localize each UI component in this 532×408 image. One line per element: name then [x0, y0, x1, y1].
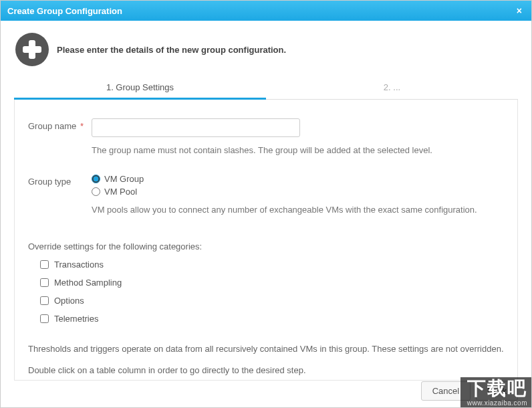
- checkbox-options-input[interactable]: [40, 296, 49, 305]
- dialog: Create Group Configuration × Please ente…: [0, 0, 532, 408]
- checkbox-telemetries[interactable]: Telemetries: [40, 314, 504, 324]
- radio-vm-group[interactable]: VM Group: [92, 174, 504, 184]
- checkbox-telemetries-input[interactable]: [40, 314, 49, 323]
- footer: Cancel Back: [421, 381, 518, 401]
- checkbox-method-sampling-input[interactable]: [40, 278, 49, 287]
- group-name-helper: The group name must not contain slashes.…: [92, 145, 504, 155]
- group-type-label: Group type: [28, 174, 92, 187]
- group-name-row: Group name * The group name must not con…: [28, 118, 504, 169]
- header: Please enter the details of the new grou…: [1, 21, 531, 77]
- checkbox-transactions-input[interactable]: [40, 260, 49, 269]
- notes: Thresholds and triggers operate on data …: [28, 342, 504, 377]
- group-type-row: Group type VM Group VM Pool VM pools all…: [28, 174, 504, 228]
- close-icon[interactable]: ×: [514, 5, 525, 16]
- dialog-title: Create Group Configuration: [7, 6, 122, 16]
- cancel-button[interactable]: Cancel: [421, 381, 471, 401]
- content-panel: Group name * The group name must not con…: [14, 100, 518, 381]
- tab-next[interactable]: 2. ...: [266, 77, 518, 99]
- radio-vm-pool-input[interactable]: [92, 187, 100, 196]
- group-name-label: Group name *: [28, 118, 92, 131]
- override-label: Override settings for the following cate…: [28, 241, 504, 251]
- checkbox-options[interactable]: Options: [40, 296, 504, 306]
- titlebar: Create Group Configuration ×: [1, 1, 531, 21]
- header-text: Please enter the details of the new grou…: [57, 45, 286, 55]
- radio-vm-pool[interactable]: VM Pool: [92, 187, 504, 197]
- radio-vm-group-input[interactable]: [92, 175, 100, 183]
- required-star: *: [78, 121, 84, 131]
- tab-group-settings[interactable]: 1. Group Settings: [14, 77, 266, 99]
- group-type-helper: VM pools allow you to connect any number…: [92, 205, 504, 215]
- checkbox-transactions[interactable]: Transactions: [40, 260, 504, 270]
- wizard-tabs: 1. Group Settings 2. ...: [14, 77, 518, 100]
- checkbox-method-sampling[interactable]: Method Sampling: [40, 278, 504, 288]
- plus-icon: [15, 33, 49, 66]
- note-thresholds: Thresholds and triggers operate on data …: [28, 342, 504, 356]
- note-doubleclick: Double click on a table column in order …: [28, 364, 504, 377]
- group-name-input[interactable]: [92, 118, 300, 137]
- back-button[interactable]: Back: [476, 381, 518, 401]
